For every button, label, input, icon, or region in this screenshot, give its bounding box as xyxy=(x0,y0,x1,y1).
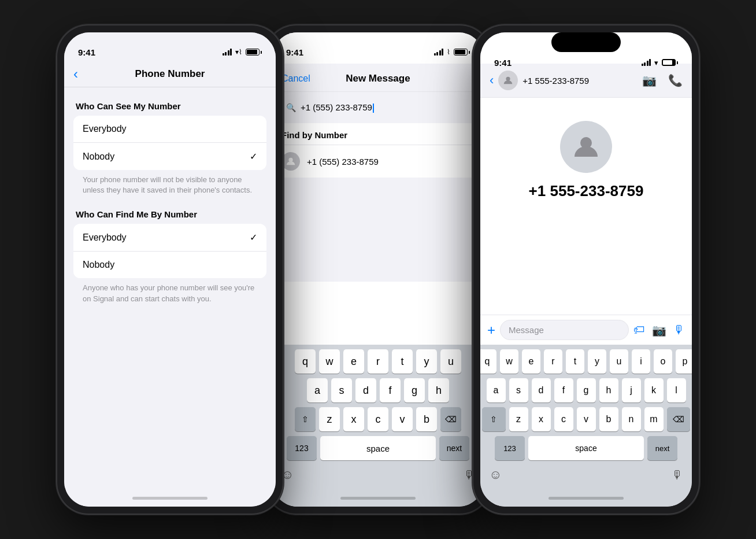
camera-icon[interactable]: 📷 xyxy=(652,323,666,337)
key3-k[interactable]: k xyxy=(644,378,664,403)
key-shift[interactable]: ⇧ xyxy=(295,407,316,431)
add-attachment-button[interactable]: + xyxy=(487,322,495,338)
key3-n[interactable]: n xyxy=(622,407,641,431)
key-f[interactable]: f xyxy=(380,378,401,403)
key-delete[interactable]: ⌫ xyxy=(440,407,461,431)
key3-space[interactable]: space xyxy=(528,436,644,460)
message-input[interactable]: Message xyxy=(500,320,629,340)
key-g[interactable]: g xyxy=(404,378,425,403)
search-input[interactable]: +1 (555) 233-8759 xyxy=(301,102,470,113)
key3-c[interactable]: c xyxy=(554,407,573,431)
audio-call-icon[interactable]: 📞 xyxy=(668,73,683,87)
key3-f[interactable]: f xyxy=(554,378,573,403)
contact-header: ‹ +1 555-233-8759 📷 📞 xyxy=(480,64,692,98)
key-123[interactable]: 123 xyxy=(287,436,317,460)
contact-number-large: +1 555-233-8759 xyxy=(529,182,644,200)
nav-bar-1: ‹ Phone Number xyxy=(64,64,276,87)
check-mark-nobody-1: ✓ xyxy=(250,151,257,162)
keyboard-row-1: q w e r t y u xyxy=(274,349,482,374)
key-y[interactable]: y xyxy=(416,349,437,374)
key-w[interactable]: w xyxy=(319,349,340,374)
option-everybody-1[interactable]: Everybody xyxy=(73,116,266,143)
key-d[interactable]: d xyxy=(355,378,376,403)
option-nobody-1[interactable]: Nobody ✓ xyxy=(73,143,266,170)
key-b[interactable]: b xyxy=(416,407,437,431)
wifi-icon-2: ⌇ xyxy=(447,48,450,56)
find-by-number-label: Find by Number xyxy=(272,123,484,145)
option-label-everybody-2: Everybody xyxy=(83,232,127,243)
keyboard-2: q w e r t y u a s d f g h ⇧ xyxy=(272,345,484,489)
keyboard-row-3-3: ⇧ z x c v b n m ⌫ xyxy=(482,407,690,431)
key-r[interactable]: r xyxy=(368,349,388,374)
key-return[interactable]: next xyxy=(439,436,469,460)
key3-m[interactable]: m xyxy=(644,407,664,431)
settings-content-1: Who Can See My Number Everybody Nobody ✓… xyxy=(64,87,276,489)
key3-l[interactable]: l xyxy=(667,378,686,403)
key3-a[interactable]: a xyxy=(487,378,506,403)
key3-q[interactable]: q xyxy=(480,349,496,374)
key3-t[interactable]: t xyxy=(566,349,584,374)
message-bar: + Message 🏷 📷 🎙 xyxy=(480,315,692,345)
key3-r[interactable]: r xyxy=(544,349,562,374)
key3-y[interactable]: y xyxy=(588,349,606,374)
key3-e[interactable]: e xyxy=(522,349,540,374)
key3-i[interactable]: i xyxy=(632,349,650,374)
voice-icon[interactable]: 🎙 xyxy=(673,323,685,337)
mic-icon-3[interactable]: 🎙 xyxy=(672,468,683,482)
back-button-3[interactable]: ‹ xyxy=(490,73,494,88)
option-nobody-2[interactable]: Nobody xyxy=(73,252,266,278)
battery-icon-3 xyxy=(662,59,678,66)
sticker-icon[interactable]: 🏷 xyxy=(633,323,645,337)
keyboard-row-3-4: 123 space next xyxy=(482,436,690,460)
emoji-icon-3[interactable]: ☺ xyxy=(489,467,502,482)
new-message-header: Cancel New Message xyxy=(272,64,484,92)
number-result[interactable]: +1 (555) 233-8759 xyxy=(272,145,484,178)
status-icons-2: ⌇ xyxy=(434,48,470,56)
key-c[interactable]: c xyxy=(368,407,388,431)
option-everybody-2[interactable]: Everybody ✓ xyxy=(73,224,266,252)
key-h[interactable]: h xyxy=(428,378,449,403)
key-z[interactable]: z xyxy=(319,407,340,431)
key3-g[interactable]: g xyxy=(577,378,596,403)
status-icons-1: ▾⌇ xyxy=(223,48,262,56)
key3-123[interactable]: 123 xyxy=(495,436,525,460)
signal-icon-1 xyxy=(223,49,232,56)
battery-icon-2 xyxy=(454,49,470,56)
key-v[interactable]: v xyxy=(392,407,413,431)
key-q[interactable]: q xyxy=(295,349,316,374)
key-a[interactable]: a xyxy=(307,378,328,403)
person-icon-sm xyxy=(281,152,300,171)
key3-j[interactable]: j xyxy=(622,378,641,403)
key3-x[interactable]: x xyxy=(532,407,551,431)
key3-delete[interactable]: ⌫ xyxy=(667,407,691,431)
key3-d[interactable]: d xyxy=(532,378,551,403)
key3-h[interactable]: h xyxy=(599,378,618,403)
back-button-1[interactable]: ‹ xyxy=(73,66,78,82)
status-bar-1: 9:41 ▾⌇ xyxy=(64,32,276,64)
home-indicator-2 xyxy=(272,489,484,507)
key-e[interactable]: e xyxy=(343,349,364,374)
key3-o[interactable]: o xyxy=(654,349,672,374)
screen-3-content: 9:41 ▾ xyxy=(480,32,692,507)
video-call-icon[interactable]: 📷 xyxy=(642,73,657,87)
phone-1-screen: 9:41 ▾⌇ xyxy=(64,32,276,507)
key3-b[interactable]: b xyxy=(599,407,618,431)
key3-v[interactable]: v xyxy=(577,407,596,431)
key-u[interactable]: u xyxy=(440,349,461,374)
key3-z[interactable]: z xyxy=(509,407,528,431)
search-bar[interactable]: 🔍 +1 (555) 233-8759 xyxy=(279,98,477,117)
key3-next[interactable]: next xyxy=(647,436,677,460)
key3-u[interactable]: u xyxy=(610,349,628,374)
key-t[interactable]: t xyxy=(392,349,413,374)
keyboard-row-2: a s d f g h xyxy=(274,378,482,403)
key-x[interactable]: x xyxy=(343,407,364,431)
phone-3: 9:41 ▾ xyxy=(473,25,699,514)
cancel-button[interactable]: Cancel xyxy=(281,73,310,84)
key-space[interactable]: space xyxy=(320,436,436,460)
emoji-icon-2[interactable]: ☺ xyxy=(281,467,294,482)
key3-p[interactable]: p xyxy=(676,349,692,374)
key3-w[interactable]: w xyxy=(500,349,518,374)
key-s[interactable]: s xyxy=(331,378,352,403)
key3-shift[interactable]: ⇧ xyxy=(482,407,506,431)
key3-s[interactable]: s xyxy=(509,378,528,403)
